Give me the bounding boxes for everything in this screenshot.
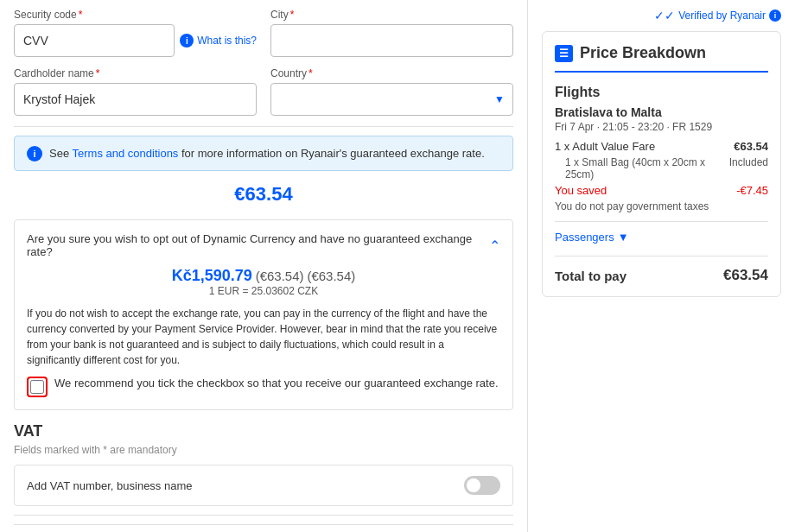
bottom-bar: By clicking Pay Now, I confirm I have re… [14, 524, 513, 532]
price-eur: €63.54 [14, 183, 513, 206]
currency-question: Are you sure you wish to opt out of Dyna… [27, 232, 480, 258]
passengers-toggle[interactable]: Passengers ▼ [555, 221, 768, 244]
total-label: Total to pay [555, 269, 626, 283]
eur-amount-czk: (€63.54) [256, 269, 304, 283]
flights-title: Flights [555, 85, 768, 100]
chevron-up-icon[interactable]: ⌃ [489, 238, 500, 254]
passengers-label: Passengers [555, 231, 614, 244]
price-breakdown-header: ☰ Price Breakdown [555, 44, 768, 73]
bag-line: 1 x Small Bag (40cm x 20cm x 25cm) Inclu… [555, 156, 768, 180]
vat-toggle-label: Add VAT number, business name [27, 479, 193, 492]
cardholder-input[interactable] [14, 83, 257, 116]
chevron-down-icon: ▼ [618, 231, 629, 244]
vat-toggle[interactable] [464, 476, 500, 495]
vat-section: VAT Fields marked with * are mandatory A… [14, 422, 513, 506]
info-circle-icon: i [27, 145, 42, 162]
checkbox-highlight [27, 377, 48, 397]
breakdown-icon: ☰ [555, 45, 573, 62]
route-detail: Fri 7 Apr · 21:05 - 23:20 · FR 1529 [555, 121, 768, 133]
sidebar-title: Price Breakdown [580, 44, 706, 62]
adult-fare-label: 1 x Adult Value Fare [555, 140, 655, 153]
toggle-slider [464, 476, 500, 495]
vat-subtitle: Fields marked with * are mandatory [14, 444, 513, 456]
verified-label: Verified by Ryanair [678, 10, 766, 22]
adult-fare-line: 1 x Adult Value Fare €63.54 [555, 140, 768, 153]
route: Bratislava to Malta [555, 105, 768, 119]
sidebar: ✓✓ Verified by Ryanair i ☰ Price Breakdo… [527, 0, 795, 532]
checkbox-label: We recommend you tick the checkbox so th… [54, 377, 499, 390]
currency-description: If you do not wish to accept the exchang… [27, 306, 500, 368]
city-input[interactable] [270, 24, 513, 57]
city-label: City* [270, 9, 513, 21]
exchange-rate: 1 EUR = 25.03602 CZK [27, 285, 500, 297]
what-is-this-link[interactable]: i What is this? [180, 34, 257, 48]
bag-price: Included [729, 156, 768, 180]
total-price: €63.54 [723, 267, 768, 284]
tax-note-line: You do not pay government taxes [555, 200, 768, 212]
eur-amount-paren: (€63.54) [307, 269, 355, 283]
tax-note: You do not pay government taxes [555, 200, 709, 212]
vat-title: VAT [14, 422, 513, 440]
price-breakdown-card: ☰ Price Breakdown Flights Bratislava to … [542, 31, 781, 297]
security-code-input[interactable] [14, 24, 175, 57]
verified-check-icon: ✓✓ [654, 9, 675, 22]
czk-amount: Kč1,590.79 [172, 267, 252, 284]
vat-toggle-row: Add VAT number, business name [14, 465, 513, 506]
info-banner: i See Terms and conditions for more info… [14, 136, 513, 171]
security-code-label: Security code* [14, 9, 257, 21]
terms-conditions-link[interactable]: Terms and conditions [73, 147, 179, 160]
saved-label: You saved [555, 184, 607, 197]
cardholder-label: Cardholder name* [14, 67, 257, 79]
country-label: Country* [270, 67, 513, 79]
adult-fare-price: €63.54 [734, 140, 768, 153]
guaranteed-rate-checkbox[interactable] [30, 380, 44, 394]
country-select[interactable] [270, 83, 513, 116]
bag-label: 1 x Small Bag (40cm x 20cm x 25cm) [555, 156, 729, 180]
currency-section: Are you sure you wish to opt out of Dyna… [14, 219, 513, 410]
total-row: Total to pay €63.54 [555, 256, 768, 284]
info-icon: i [180, 34, 194, 48]
saved-line: You saved -€7.45 [555, 184, 768, 197]
verified-bar: ✓✓ Verified by Ryanair i [542, 9, 781, 22]
verified-info-icon: i [769, 10, 781, 22]
saved-amount: -€7.45 [736, 184, 768, 197]
